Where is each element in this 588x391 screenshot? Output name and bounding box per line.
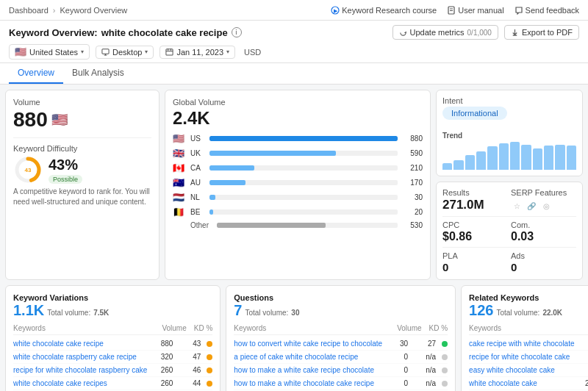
country-row-us: 🇺🇸 US 880 bbox=[173, 133, 423, 144]
th-q-kd: KD % bbox=[429, 324, 448, 332]
cpc-value: $0.86 bbox=[442, 230, 508, 243]
kw-volume: 0 bbox=[382, 366, 408, 374]
table-row: cake recipe with white chocolate 140 40 bbox=[469, 337, 588, 351]
keyword-link[interactable]: how to make a white chocolate cake recip… bbox=[234, 379, 382, 387]
keyword-link[interactable]: white chocolate cake bbox=[469, 379, 574, 387]
cpc-label: CPC bbox=[442, 220, 508, 229]
keyword-link[interactable]: how to make a white cake recipe chocolat… bbox=[234, 366, 382, 374]
volume-value: 880 🇺🇸 bbox=[13, 108, 151, 132]
questions-total-vol: 30 bbox=[291, 309, 299, 317]
table-row: white chocolate cake recipes 260 44 bbox=[13, 377, 212, 390]
send-feedback-link[interactable]: Send feedback bbox=[514, 6, 579, 15]
keyword-link[interactable]: recipe for white chocolate raspberry cak… bbox=[13, 366, 147, 374]
kw-var-total-vol: 7.5K bbox=[93, 309, 109, 317]
keyword-link[interactable]: a piece of cake white chocolate recipe bbox=[234, 353, 382, 361]
tab-bulk-analysis[interactable]: Bulk Analysis bbox=[63, 63, 133, 84]
questions-card: Questions 7 Total volume: 30 Keywords Vo… bbox=[226, 285, 456, 391]
country-filter[interactable]: 🇺🇸 United States ▾ bbox=[9, 44, 90, 60]
kw-volume: 30 bbox=[575, 366, 588, 374]
kw-kd: 44 bbox=[179, 379, 201, 387]
country-row-other: Other 530 bbox=[173, 221, 423, 229]
kw-kd: n/a bbox=[414, 366, 436, 374]
table-row: how to make a white chocolate cake recip… bbox=[234, 377, 448, 390]
kw-kd: n/a bbox=[414, 379, 436, 387]
intent-label: Intent bbox=[442, 96, 576, 105]
trend-chart bbox=[442, 142, 576, 170]
kw-kd: 27 bbox=[414, 340, 436, 348]
results-value: 271.0M bbox=[442, 198, 508, 212]
title-keyword: white chocolate cake recipe bbox=[101, 27, 228, 38]
intent-card: Intent Informational Trend bbox=[436, 90, 583, 176]
country-row-uk: 🇬🇧 UK 590 bbox=[173, 148, 423, 159]
kw-kd: 46 bbox=[179, 366, 201, 374]
trend-label: Trend bbox=[442, 132, 576, 140]
top-nav-right: ▶ Keyword Research course User manual Se… bbox=[331, 6, 579, 15]
keyword-link[interactable]: white chocolate cake recipe bbox=[13, 340, 147, 348]
user-manual-link[interactable]: User manual bbox=[447, 6, 503, 15]
keyword-link[interactable]: white chocolate cake recipes bbox=[13, 379, 147, 387]
country-row-au: 🇦🇺 AU 170 bbox=[173, 177, 423, 188]
kw-volume: 0 bbox=[382, 353, 408, 361]
filters-row: 🇺🇸 United States ▾ Desktop ▾ Jan 11, 202… bbox=[9, 44, 579, 60]
kw-kd: n/a bbox=[414, 353, 436, 361]
kd-row: 43 43% Possible bbox=[13, 155, 151, 184]
questions-title: Questions bbox=[234, 293, 448, 302]
intent-badge: Informational bbox=[442, 107, 507, 120]
title-label: Keyword Overview: bbox=[9, 27, 98, 38]
kw-volume: 260 bbox=[147, 379, 173, 387]
questions-rows: how to convert white cake recipe to choc… bbox=[234, 337, 448, 391]
kw-var-total-label: Total volume: bbox=[47, 309, 90, 317]
page-title: Keyword Overview: white chocolate cake r… bbox=[9, 27, 242, 38]
results-serp-card: Results 271.0M SERP Features ☆ 🔗 ◎ bbox=[436, 182, 583, 280]
export-pdf-button[interactable]: Export to PDF bbox=[504, 25, 579, 40]
kd-indicator bbox=[442, 354, 448, 360]
info-icon[interactable]: i bbox=[232, 27, 242, 37]
related-keywords-rows: cake recipe with white chocolate 140 40 … bbox=[469, 337, 588, 391]
serp-icon-star: ☆ bbox=[511, 200, 523, 212]
keyword-link[interactable]: white chocolate raspberry cake recipe bbox=[13, 353, 147, 361]
pla-value: 0 bbox=[442, 261, 508, 273]
serp-label: SERP Features bbox=[511, 188, 576, 197]
table-row: recipe for white chocolate cake 210 38 bbox=[469, 351, 588, 364]
keyword-link[interactable]: recipe for white chocolate cake bbox=[469, 353, 574, 361]
table-row: white chocolate cake recipe 880 43 bbox=[13, 337, 212, 351]
questions-total-label: Total volume: bbox=[245, 309, 288, 317]
kw-volume: 2.4K bbox=[575, 379, 588, 387]
keyword-variations-card: Keyword Variations 1.1K Total volume: 7.… bbox=[5, 285, 220, 391]
table-row: recipe for white chocolate raspberry cak… bbox=[13, 364, 212, 377]
kw-volume: 140 bbox=[575, 340, 588, 348]
volume-label: Volume bbox=[13, 98, 151, 107]
th-q-kw: Keywords bbox=[234, 324, 266, 332]
breadcrumb-sep: › bbox=[53, 6, 56, 15]
breadcrumb-dashboard[interactable]: Dashboard bbox=[9, 6, 49, 15]
table-row: how to make a white cake recipe chocolat… bbox=[234, 364, 448, 377]
date-filter[interactable]: Jan 11, 2023 ▾ bbox=[159, 46, 235, 59]
tab-overview[interactable]: Overview bbox=[9, 63, 63, 84]
svg-rect-8 bbox=[166, 49, 173, 55]
update-metrics-button[interactable]: Update metrics 0/1,000 bbox=[392, 25, 498, 40]
kw-research-link[interactable]: ▶ Keyword Research course bbox=[331, 6, 437, 15]
device-filter[interactable]: Desktop ▾ bbox=[96, 46, 154, 59]
kd-indicator bbox=[207, 367, 212, 373]
serp-icon-map: ◎ bbox=[540, 200, 552, 212]
keyword-link[interactable]: how to convert white cake recipe to choc… bbox=[234, 340, 382, 348]
global-vol-value: 2.4K bbox=[173, 108, 423, 129]
keyword-link[interactable]: easy white chocolate cake bbox=[469, 366, 574, 374]
th-kd: KD % bbox=[194, 324, 213, 332]
kd-indicator bbox=[442, 367, 448, 373]
keyword-link[interactable]: cake recipe with white chocolate bbox=[469, 340, 574, 348]
keyword-variations-rows: white chocolate cake recipe 880 43 white… bbox=[13, 337, 212, 391]
com-label: Com. bbox=[511, 220, 576, 229]
kd-indicator bbox=[207, 341, 212, 347]
kw-volume: 30 bbox=[382, 340, 408, 348]
kw-volume: 210 bbox=[575, 353, 588, 361]
kw-var-count: 1.1K bbox=[13, 302, 44, 319]
related-kw-title: Related Keywords bbox=[469, 293, 588, 302]
table-row: white chocolate raspberry cake recipe 32… bbox=[13, 351, 212, 364]
svg-rect-5 bbox=[102, 49, 109, 54]
pla-label: PLA bbox=[442, 251, 508, 260]
top-nav: Dashboard › Keyword Overview ▶ Keyword R… bbox=[0, 0, 588, 21]
kd-desc: A competitive keyword to rank for. You w… bbox=[13, 187, 151, 207]
currency-label: USD bbox=[244, 48, 261, 57]
th-kw: Keywords bbox=[13, 324, 46, 332]
